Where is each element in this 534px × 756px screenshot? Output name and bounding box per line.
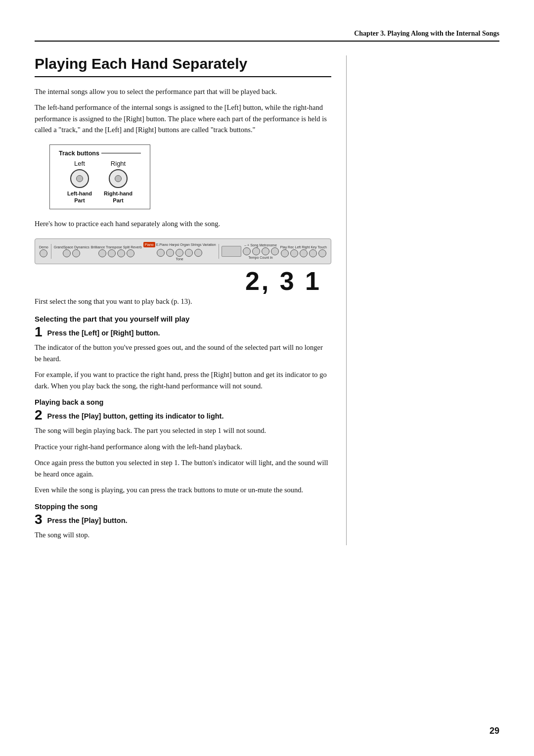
kp-tempo-label-top: – + Song Metronome [244, 243, 277, 247]
kp-plus-btn[interactable] [252, 247, 260, 255]
kp-tone-section: Piano E.Piano Harpsi Organ Strings Varia… [143, 242, 216, 261]
kp-right-btn[interactable] [309, 249, 317, 257]
step1-row: 1 Press the [Left] or [Right] button. [35, 326, 331, 339]
kp-b-knob[interactable] [98, 249, 106, 257]
kp-left-btn[interactable] [300, 249, 308, 257]
page-number: 29 [490, 726, 499, 736]
step3-row: 3 Press the [Play] button. [35, 514, 331, 526]
right-caption: Right-handPart [104, 190, 133, 204]
two-col-layout: Playing Each Hand Separately The interna… [35, 55, 499, 545]
step3-instruction: Press the [Play] button. [47, 514, 128, 525]
left-button-circle[interactable] [70, 169, 89, 188]
first-para: First select the song that you want to p… [35, 296, 331, 307]
step1-instruction: Press the [Left] or [Right] button. [47, 326, 160, 338]
step2-number: 2 [35, 408, 43, 422]
kp-demo-section: Demo [39, 245, 48, 257]
col-right [347, 55, 499, 545]
step3-number: 3 [35, 513, 43, 526]
kp-tempo-section: – + Song Metronome Tempo Count In [243, 243, 279, 259]
track-btn-left: Left Left-handPart [67, 160, 92, 204]
track-buttons-row: Left Left-handPart Right Right-handPart [59, 160, 141, 204]
track-btn-right: Right Right-handPart [104, 160, 133, 204]
kp-tone-label: Tone [176, 257, 183, 261]
kp-t4[interactable] [185, 249, 193, 257]
kp-play-label-top: Play Rec Left Right Key Touch [280, 245, 327, 249]
chapter-header: Chapter 3. Playing Along with the Intern… [35, 30, 499, 42]
diagram-title-row: Track buttons [59, 150, 141, 157]
kp-bts-section: Brilliance Transpose Split Reverb [91, 245, 142, 257]
step3-para1: The song will stop. [35, 529, 331, 540]
kp-t2[interactable] [166, 249, 174, 257]
section2-heading: Playing back a song [35, 398, 331, 406]
kp-demo-knob[interactable] [40, 249, 47, 257]
step2-row: 2 Press the [Play] button, getting its i… [35, 409, 331, 422]
kp-minus-btn[interactable] [243, 247, 251, 255]
diagram-title: Track buttons [59, 150, 99, 157]
kp-t1[interactable] [157, 249, 165, 257]
kp-epiano-label: E.Piano Harpsi Organ Strings Variation [156, 243, 216, 246]
step2-para1: The song will begin playing back. The pa… [35, 425, 331, 436]
kp-div2 [219, 244, 219, 259]
kp-gs-knob2[interactable] [72, 249, 80, 257]
page-container: Chapter 3. Playing Along with the Intern… [0, 0, 534, 756]
kp-piano-btn[interactable]: Piano [143, 242, 155, 247]
intro-para-1: The internal songs allow you to select t… [35, 86, 331, 97]
kp-play-section: Play Rec Left Right Key Touch [280, 245, 327, 257]
step2-para2: Practice your right-hand performance alo… [35, 441, 331, 452]
kp-bts-label: Brilliance Transpose Split Reverb [91, 245, 142, 249]
section1-heading: Selecting the part that you yourself wil… [35, 315, 331, 323]
kp-gs-knob1[interactable] [63, 249, 71, 257]
step1-para1: The indicator of the button you've press… [35, 342, 331, 364]
col-left: Playing Each Hand Separately The interna… [35, 55, 347, 545]
chapter-header-text: Chapter 3. Playing Along with the Intern… [354, 30, 499, 37]
kp-song-btn[interactable] [262, 247, 269, 255]
kp-display [222, 246, 241, 257]
kp-gs-label: GrandSpace Dynamics [54, 245, 89, 249]
left-caption: Left-handPart [67, 190, 92, 204]
right-label: Right [111, 160, 126, 167]
kp-keytouch-btn[interactable] [318, 249, 326, 257]
step2-para3: Once again press the button you selected… [35, 457, 331, 479]
kp-demo-label: Demo [39, 245, 48, 249]
kp-t5[interactable] [194, 249, 202, 257]
section3-heading: Stopping the song [35, 503, 331, 511]
page-title: Playing Each Hand Separately [35, 55, 331, 77]
after-diagram-para: Here's how to practice each hand separat… [35, 218, 331, 229]
keyboard-panel: Demo GrandSpace Dynamics [35, 238, 331, 264]
diagram-container: Track buttons Left Left-handPart Right [49, 144, 331, 210]
kp-rec-btn[interactable] [290, 249, 298, 257]
kp-t-knob[interactable] [108, 249, 116, 257]
kp-t3[interactable] [176, 249, 183, 257]
step1-number: 1 [35, 325, 43, 339]
brace-line [101, 153, 141, 153]
step-numbers: 2, 3 1 [35, 266, 331, 296]
step2-instruction: Press the [Play] button, getting its ind… [47, 409, 224, 421]
step2-para4: Even while the song is playing, you can … [35, 484, 331, 495]
right-button-circle[interactable] [109, 169, 128, 188]
kp-tempo-label-bot: Tempo Count In [248, 256, 272, 259]
step1-para2: For example, if you want to practice the… [35, 369, 331, 391]
kp-s-knob[interactable] [117, 249, 125, 257]
kp-div1 [51, 244, 51, 259]
intro-para-2: The left-hand performance of the interna… [35, 102, 331, 135]
kp-metro-btn[interactable] [271, 247, 279, 255]
diagram-box: Track buttons Left Left-handPart Right [49, 144, 150, 210]
kp-gs-section: GrandSpace Dynamics [54, 245, 89, 257]
kp-r-knob[interactable] [127, 249, 134, 257]
left-label: Left [74, 160, 85, 167]
kp-play-btn[interactable] [281, 249, 289, 257]
